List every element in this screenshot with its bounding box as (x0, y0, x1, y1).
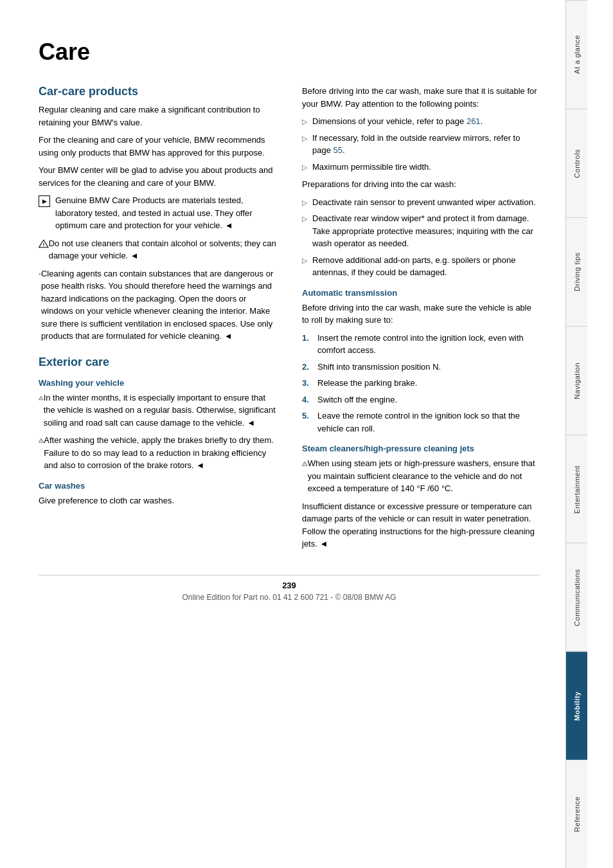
notice-brake-dry: ! After washing the vehicle, apply the b… (39, 434, 276, 472)
bullet-mirrors: ▷ If necessary, fold in the outside rear… (302, 132, 540, 157)
bullet-arrow-1: ▷ (302, 116, 307, 127)
step-num-1: 1. (302, 332, 312, 345)
notice-cleaning-agents: ! Cleaning agents can contain substances… (39, 267, 276, 343)
bullet-arrow-3: ▷ (302, 162, 307, 173)
left-column: Car-care products Regular cleaning and c… (39, 85, 276, 556)
auto-trans-steps: 1. Insert the remote control into the ig… (302, 332, 540, 435)
car-wash-intro: Before driving into the car wash, make s… (302, 85, 540, 110)
right-column: Before driving into the car wash, make s… (302, 85, 540, 556)
svg-text:!: ! (40, 397, 41, 400)
exterior-care-heading: Exterior care (39, 356, 276, 369)
tab-controls[interactable]: Controls (566, 109, 587, 217)
notice-genuine-bmw: Genuine BMW Care Products are materials … (39, 194, 276, 232)
car-care-p2: For the cleaning and care of your vehicl… (39, 134, 276, 159)
tab-navigation[interactable]: Navigation (566, 326, 587, 435)
step-2: 2. Shift into transmission position N. (302, 361, 540, 374)
auto-trans-intro: Before driving into the car wash, make s… (302, 302, 540, 327)
tab-driving-tips[interactable]: Driving tips (566, 217, 587, 326)
svg-text:!: ! (43, 242, 45, 248)
preparations-label: Preparations for driving into the car wa… (302, 178, 540, 191)
tab-reference[interactable]: Reference (566, 760, 587, 868)
washing-heading: Washing your vehicle (39, 378, 276, 388)
step-text-5: Leave the remote control in the ignition… (317, 410, 540, 435)
bullet-tire-width: ▷ Maximum permissible tire width. (302, 161, 540, 174)
main-content: Care Car-care products Regular cleaning … (0, 0, 565, 868)
notice-steam: ! When using steam jets or high-pressure… (302, 457, 540, 495)
page-link-55[interactable]: 55 (333, 145, 342, 155)
step-num-2: 2. (302, 361, 312, 374)
prep-text-2: Deactivate rear window wiper* and protec… (312, 212, 540, 250)
step-3: 3. Release the parking brake. (302, 377, 540, 390)
car-care-heading: Car-care products (39, 85, 276, 98)
step-num-3: 3. (302, 377, 312, 390)
car-washes-text: Give preference to cloth car washes. (39, 494, 276, 507)
page-link-261[interactable]: 261 (466, 116, 481, 126)
prep-arrow-3: ▷ (302, 255, 307, 266)
step-1: 1. Insert the remote control into the ig… (302, 332, 540, 357)
prep-bullet-1: ▷ Deactivate rain sensor to prevent unwa… (302, 196, 540, 209)
notice1-text: Genuine BMW Care Products are materials … (55, 194, 276, 232)
steam-notice-text: When using steam jets or high-pressure w… (308, 457, 540, 495)
steam-heading: Steam cleaners/high-pressure cleaning je… (302, 444, 540, 453)
step-num-4: 4. (302, 393, 312, 406)
bullet-text-2: If necessary, fold in the outside rearvi… (312, 132, 540, 157)
prep-arrow-2: ▷ (302, 213, 307, 224)
car-care-p1: Regular cleaning and care make a signifi… (39, 104, 276, 129)
notice-winter-washing: ! In the winter months, it is especially… (39, 392, 276, 429)
step-num-5: 5. (302, 410, 312, 422)
step-text-1: Insert the remote control into the ignit… (317, 332, 540, 357)
notice2-text: Do not use cleaners that contain alcohol… (49, 237, 276, 262)
tab-communications[interactable]: Communications (566, 543, 587, 651)
step-text-4: Switch off the engine. (317, 393, 397, 406)
tab-at-a-glance[interactable]: At a glance (566, 0, 587, 109)
warning-icon-steam: ! (302, 457, 308, 470)
steam-p2: Insufficient distance or excessive press… (302, 500, 540, 550)
car-care-p3: Your BMW center will be glad to advise y… (39, 164, 276, 189)
step-4: 4. Switch off the engine. (302, 393, 540, 406)
footer-text: Online Edition for Part no. 01 41 2 600 … (39, 593, 540, 602)
prep-text-3: Remove additional add-on parts, e.g. spo… (312, 254, 540, 279)
warning-icon: ! (39, 237, 49, 250)
car-washes-heading: Car washes (39, 481, 276, 491)
tab-entertainment[interactable]: Entertainment (566, 435, 587, 543)
washing-notice2-text: After washing the vehicle, apply the bra… (44, 434, 276, 472)
bullet-text-3: Maximum permissible tire width. (312, 161, 431, 174)
step-5: 5. Leave the remote control in the ignit… (302, 410, 540, 435)
prep-bullet-2: ▷ Deactivate rear window wiper* and prot… (302, 212, 540, 250)
page-number: 239 (39, 581, 540, 590)
tab-mobility[interactable]: Mobility (566, 651, 587, 760)
warning-icon-3: ! (39, 392, 44, 404)
dimensions-list: ▷ Dimensions of your vehicle, refer to p… (302, 115, 540, 173)
prep-arrow-1: ▷ (302, 197, 307, 208)
step-text-3: Release the parking brake. (317, 377, 417, 390)
prep-bullet-3: ▷ Remove additional add-on parts, e.g. s… (302, 254, 540, 279)
washing-notice1-text: In the winter months, it is especially i… (44, 392, 276, 429)
page-title: Care (39, 39, 540, 66)
bullet-dimensions: ▷ Dimensions of your vehicle, refer to p… (302, 115, 540, 128)
auto-trans-heading: Automatic transmission (302, 288, 540, 298)
step-text-2: Shift into transmission position N. (317, 361, 441, 374)
warning-icon-4: ! (39, 434, 44, 447)
notice-no-alcohol: ! Do not use cleaners that contain alcoh… (39, 237, 276, 262)
bullet-text-1: Dimensions of your vehicle, refer to pag… (312, 115, 483, 128)
sidebar-tabs: At a glance Controls Driving tips Naviga… (565, 0, 587, 868)
svg-text:!: ! (305, 462, 306, 466)
svg-text:!: ! (40, 439, 41, 442)
page-footer: 239 Online Edition for Part no. 01 41 2 … (39, 575, 540, 602)
play-icon (39, 195, 50, 207)
bullet-arrow-2: ▷ (302, 133, 307, 144)
notice3-text: Cleaning agents can contain substances t… (41, 267, 276, 343)
prep-text-1: Deactivate rain sensor to prevent unwant… (312, 196, 536, 209)
prep-list: ▷ Deactivate rain sensor to prevent unwa… (302, 196, 540, 279)
